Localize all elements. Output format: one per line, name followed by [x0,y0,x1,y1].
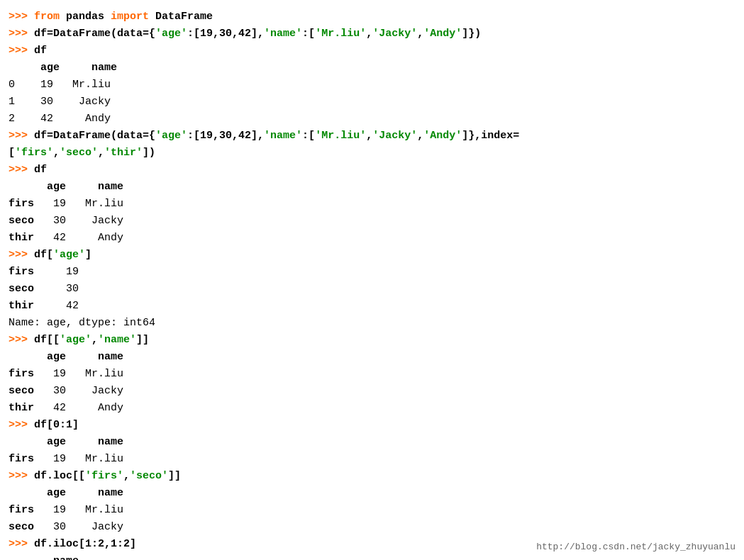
output-header-2: age name [9,179,735,196]
data-thir-2: 42 Andy [34,402,123,414]
col-header-5: age name [9,487,123,499]
cmd-3: df [34,45,47,57]
output-thir-1: thir 42 Andy [9,230,735,247]
code-line-15: >>> df['age'] [9,247,735,264]
end-2: ]}) [462,28,481,40]
colon-2: :[19,30,42], [187,28,264,40]
end-8: ]},index= [462,130,519,142]
kw-import-1: import [111,11,149,23]
output-header-4: age name [9,434,735,451]
row-2-idx: 2 [9,113,15,125]
col-header-6: name [9,555,79,560]
end-9: ]) [143,147,155,159]
data-firs-2: 19 Mr.liu [34,368,123,380]
code-line-25: >>> df[0:1] [9,417,735,434]
comma-20: , [91,334,98,346]
data-thir-age: 42 [34,300,79,312]
str-seco-28: 'seco' [130,470,168,482]
str-seco-9: 'seco' [60,147,98,159]
idx-seco-4: seco [9,521,34,533]
prompt-3: >>> [9,45,34,57]
output-seco-2: seco 30 Jacky [9,383,735,400]
dtype-text: Name: age, dtype: int64 [9,317,155,329]
idx-thir-2: thir [9,402,34,414]
watermark: http://blog.csdn.net/jacky_zhuyuanlu [536,540,735,554]
row-1-idx: 1 [9,96,15,108]
output-header-1: age name [9,60,735,77]
data-seco-1: 30 Jacky [34,215,123,227]
row-1-data: 30 Jacky [15,96,111,108]
prompt-8: >>> [9,130,34,142]
str-age-15: 'age' [53,249,85,261]
str-jacky-2: 'Jacky' [372,28,417,40]
code-line-20: >>> df[['age','name']] [9,332,735,349]
prompt-25: >>> [9,419,34,431]
output-row-0: 0 19 Mr.liu [9,77,735,94]
data-firs-age: 19 [34,266,79,278]
cmd-15a: df[ [34,249,53,261]
idx-thir-age: thir [9,300,34,312]
code-line-8: >>> df=DataFrame(data={'age':[19,30,42],… [9,128,735,145]
str-mr-2: 'Mr.liu' [315,28,366,40]
output-seco-4: seco 30 Jacky [9,519,735,536]
output-firs-age: firs 19 [9,264,735,281]
classname-1: DataFrame [149,11,213,23]
comma-8b: , [417,130,423,142]
prompt-1: >>> [9,11,34,23]
col-header-2: age name [9,181,123,193]
bracket-9: [ [9,147,15,159]
output-name-dtype: Name: age, dtype: int64 [9,315,735,332]
prompt-2: >>> [9,28,34,40]
cmd-20b: ]] [136,334,149,346]
idx-seco-2: seco [9,385,34,397]
str-age-2: 'age' [155,28,187,40]
cmd-2: df=DataFrame(data={ [34,28,155,40]
idx-firs-3: firs [9,453,34,465]
col-age-h1: age name [9,62,117,74]
cmd-28b: ]] [168,470,181,482]
str-name-8: 'name' [264,130,302,142]
terminal-window: >>> from pandas import DataFrame >>> df=… [9,6,735,560]
comma-28: , [123,470,130,482]
output-row-1: 1 30 Jacky [9,94,735,111]
output-header-3: age name [9,349,735,366]
row-2-data: 42 Andy [15,113,111,125]
data-firs-1: 19 Mr.liu [34,198,123,210]
cmd-32: df.iloc[1:2,1:2] [34,538,136,550]
prompt-28: >>> [9,470,34,482]
output-seco-1: seco 30 Jacky [9,213,735,230]
comma-8a: , [366,130,372,142]
str-mr-8: 'Mr.liu' [315,130,366,142]
row-0-idx: 0 [9,79,15,91]
cmd-20a: df[[ [34,334,60,346]
output-seco-age: seco 30 [9,281,735,298]
output-firs-3: firs 19 Mr.liu [9,451,735,468]
cmd-15b: ] [85,249,91,261]
str-andy-8: 'Andy' [423,130,462,142]
bracket-8: :[ [302,130,315,142]
comma-9b: , [98,147,104,159]
idx-seco-1: seco [9,215,34,227]
idx-firs-age: firs [9,266,34,278]
kw-from-1: from [34,11,60,23]
cmd-25: df[0:1] [34,419,79,431]
idx-firs-4: firs [9,504,34,516]
space-1: pandas [60,11,111,23]
code-line-3: >>> df [9,43,735,60]
prompt-15: >>> [9,249,34,261]
comma-2a: , [366,28,372,40]
output-firs-4: firs 19 Mr.liu [9,502,735,519]
code-line-10: >>> df [9,162,735,179]
comma-2b: , [417,28,423,40]
prompt-32: >>> [9,538,34,550]
bracket-2: :[ [302,28,315,40]
row-0-data: 19 Mr.liu [15,79,111,91]
str-age-8: 'age' [155,130,187,142]
str-name-20: 'name' [98,334,136,346]
prompt-20: >>> [9,334,34,346]
cmd-8a: df=DataFrame(data={ [34,130,155,142]
idx-firs-1: firs [9,198,34,210]
output-header-5: age name [9,485,735,502]
str-age-20: 'age' [60,334,91,346]
idx-firs-2: firs [9,368,34,380]
